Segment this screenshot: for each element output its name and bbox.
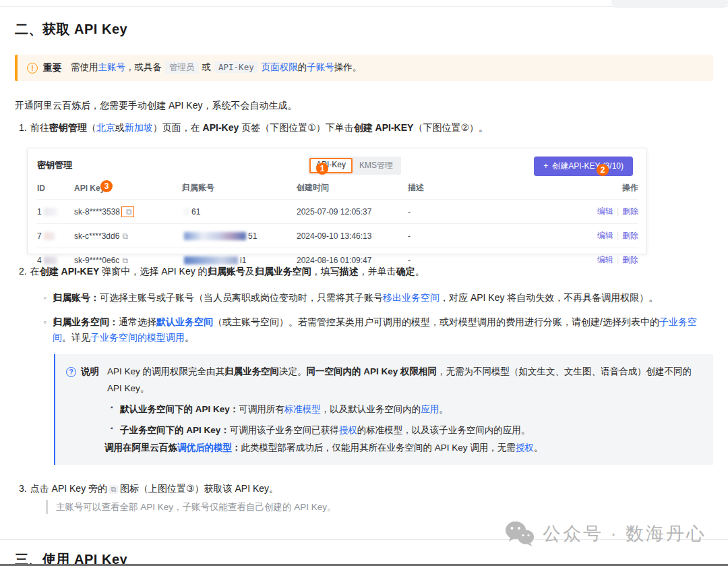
plus-icon: + (543, 161, 548, 171)
key-description: - (408, 200, 591, 224)
doc-content: 二、获取 API Key ! 重要 需使用主账号，或具备管理员或API-Key页… (0, 20, 728, 566)
option-list: 归属账号：可选择主账号或子账号（当人员离职或岗位变动时，只需将其子账号移出业务空… (15, 290, 713, 345)
table-row: 7 sk-c****3dd6⧉ 51 2024-09-10 13:46:13 -… (37, 224, 638, 248)
redacted-account (184, 256, 238, 264)
annotation-circle-2: 2 (597, 164, 609, 176)
step-1: 1.前往密钥管理（北京或新加坡）页面，在 API-Key 页签（下图位置①）下单… (15, 122, 713, 134)
table-header-row: ID API Key 归属账号 创建时间 描述 操作 (37, 175, 638, 200)
note-box: ? 说明 API Key 的调用权限完全由其归属业务空间决定。同一空间内的 AP… (54, 354, 713, 464)
question-icon: ? (66, 367, 76, 377)
link-remove-workspace[interactable]: 移出业务空间 (383, 292, 439, 303)
delete-link[interactable]: 删除 (622, 255, 638, 264)
step-3-quote: 主账号可以查看全部 API Key，子账号仅能查看自己创建的 API Key。 (46, 500, 713, 515)
watermark: 公众号 · 数海丹心 (505, 521, 706, 546)
created-time: 2024-09-10 13:46:13 (297, 224, 408, 248)
alert-text: 需使用主账号，或具备管理员或API-Key页面权限的子账号操作。 (71, 61, 361, 74)
link-sub-workspace-model-call[interactable]: 子业务空间的模型调用 (90, 332, 185, 343)
link-tuned-models[interactable]: 调优后的模型 (177, 443, 232, 453)
wechat-icon (505, 521, 535, 546)
table-row: 4 sk-9****0e6c⧉ i1 2024-08-16 01:09:47 -… (37, 248, 638, 273)
floating-toolbar-fragment (611, 0, 728, 8)
alert-label: 重要 (43, 62, 61, 74)
annotation-box-copy: ⧉ (121, 206, 134, 217)
edit-link[interactable]: 编辑 (597, 255, 613, 264)
link-applications[interactable]: 应用 (421, 404, 439, 414)
col-created: 创建时间 (297, 175, 408, 200)
edit-link[interactable]: 编辑 (597, 231, 613, 240)
annotation-circle-1: 1 (316, 163, 328, 175)
col-desc: 描述 (408, 175, 591, 200)
step-3: 3.点击 API Key 旁的⧉图标（上图位置③）获取该 API Key。 主账… (15, 483, 713, 515)
api-key-value: sk-8****3538 (74, 207, 120, 217)
link-main-account[interactable]: 主账号 (98, 62, 126, 72)
tab-api-key[interactable]: API-Key (309, 158, 353, 173)
created-time: 2025-07-09 12:05:37 (297, 200, 408, 224)
important-alert: ! 重要 需使用主账号，或具备管理员或API-Key页面权限的子账号操作。 (15, 55, 713, 81)
console-header: 密钥管理 API-Key KMS管理 +创建API-KEY (3/10) (37, 157, 637, 174)
warning-icon: ! (27, 63, 38, 74)
col-id: ID (37, 175, 74, 200)
link-standard-models[interactable]: 标准模型 (284, 404, 321, 414)
watermark-text: 公众号 · 数海丹心 (543, 521, 706, 546)
col-account: 归属账号 (182, 175, 297, 200)
delete-link[interactable]: 删除 (622, 231, 638, 240)
option-workspace: 归属业务空间：通常选择默认业务空间（或主账号空间）。若需管控某类用户可调用的模型… (15, 314, 713, 345)
badge-apikey: API-Key (214, 61, 258, 73)
api-key-table: ID API Key 归属账号 创建时间 描述 操作 1 sk-8****353… (37, 175, 638, 272)
edit-link[interactable]: 编辑 (597, 206, 613, 216)
copy-icon: ⧉ (109, 485, 118, 494)
badge-admin: 管理员 (165, 61, 199, 74)
note-label: 说明 (81, 364, 99, 380)
create-api-key-button[interactable]: +创建API-KEY (3/10) (534, 157, 633, 176)
section-title-get-api-key: 二、获取 API Key (15, 20, 713, 38)
tab-kms[interactable]: KMS管理 (353, 158, 400, 173)
link-sub-account[interactable]: 子账号 (307, 62, 334, 72)
col-api-key: API Key (74, 175, 182, 200)
col-ops: 操作 (591, 175, 638, 200)
annotation-circle-3: 3 (100, 180, 113, 192)
link-authorization[interactable]: 授权 (516, 443, 534, 453)
key-description: - (408, 224, 591, 248)
copy-icon[interactable]: ⧉ (126, 207, 132, 217)
created-time: 2024-08-16 01:09:47 (297, 248, 408, 273)
api-key-value: sk-9****0e6c (74, 256, 119, 265)
note-head: ? 说明 API Key 的调用权限完全由其归属业务空间决定。同一空间内的 AP… (66, 364, 701, 397)
link-singapore[interactable]: 新加坡 (125, 122, 153, 133)
link-authorization[interactable]: 授权 (339, 425, 357, 435)
delete-link[interactable]: 删除 (622, 206, 638, 216)
table-row: 1 sk-8****3538⧉ 61 2025-07-09 12:05:37 -… (37, 200, 638, 224)
redacted-id (44, 232, 55, 240)
api-key-value: sk-c****3dd6 (74, 231, 119, 241)
redacted-account (184, 232, 246, 240)
link-beijing[interactable]: 北京 (96, 122, 115, 133)
redacted-account (184, 208, 189, 216)
console-title: 密钥管理 (37, 159, 72, 171)
note-head-text: API Key 的调用权限完全由其归属业务空间决定。同一空间内的 API Key… (107, 364, 701, 397)
note-bullet-sub-space: 子业务空间下的 API Key：可调用该子业务空间已获得授权的标准模型，以及该子… (66, 422, 701, 438)
intro-paragraph: 开通阿里云百炼后，您需要手动创建 API Key，系统不会自动生成。 (15, 100, 713, 112)
link-default-workspace[interactable]: 默认业务空间 (156, 316, 213, 327)
key-description: - (408, 248, 591, 273)
option-owner-account: 归属账号：可选择主账号或子账号（当人员离职或岗位变动时，只需将其子账号移出业务空… (15, 290, 713, 306)
copy-icon[interactable]: ⧉ (122, 256, 128, 265)
console-screenshot: 密钥管理 API-Key KMS管理 +创建API-KEY (3/10) 1 2… (27, 148, 647, 254)
note-bullet-default-space: 默认业务空间下的 API Key：可调用所有标准模型，以及默认业务空间内的应用。 (66, 401, 701, 418)
redacted-id (44, 256, 57, 264)
link-page-permission[interactable]: 页面权限 (262, 62, 298, 72)
redacted-id (44, 208, 57, 216)
copy-icon[interactable]: ⧉ (122, 231, 128, 241)
note-tuned-model-line: 调用在阿里云百炼调优后的模型：此类模型部署成功后，仅能用其所在业务空间的 API… (66, 440, 701, 456)
